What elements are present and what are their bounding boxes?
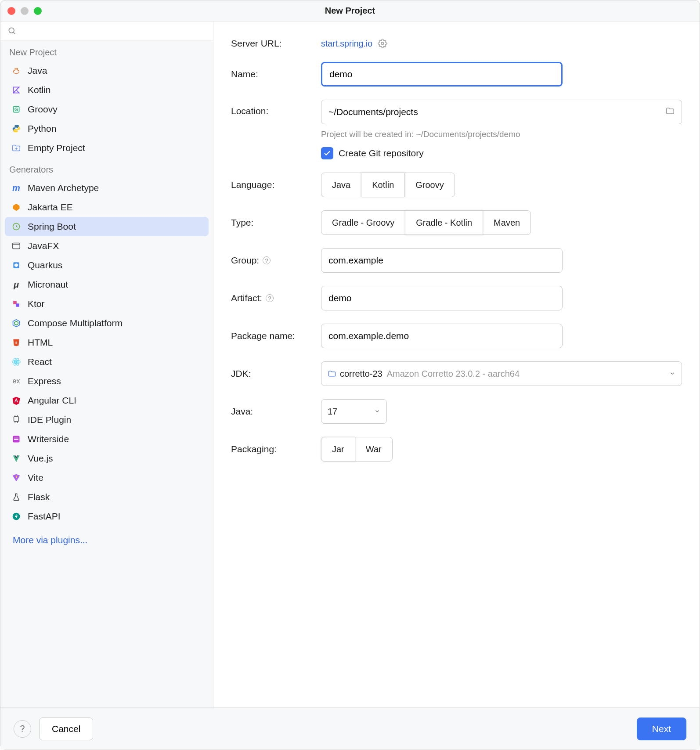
svg-rect-17 [14,417,19,422]
sidebar-item-compose-multiplatform[interactable]: Compose Multiplatform [5,314,209,333]
sidebar-item-label: Kotlin [28,85,51,95]
sidebar: New Project JavaKotlinGGroovyPythonEmpty… [0,22,213,707]
sidebar-item-spring-boot[interactable]: Spring Boot [5,217,209,236]
language-option-groovy[interactable]: Groovy [404,173,455,197]
maven-archetype-icon: m [11,183,22,193]
chevron-down-icon [374,407,380,417]
sidebar-item-label: IDE Plugin [28,415,71,425]
sidebar-item-kotlin[interactable]: Kotlin [5,80,209,100]
sidebar-item-maven-archetype[interactable]: mMaven Archetype [5,178,209,198]
svg-line-1 [14,32,15,34]
location-input[interactable] [321,100,682,124]
sidebar-item-label: Java [28,65,47,76]
sidebar-item-angular-cli[interactable]: Angular CLI [5,391,209,410]
more-via-plugins-link[interactable]: More via plugins... [0,526,213,554]
java-icon [11,65,22,76]
sidebar-item-label: Ktor [28,299,45,309]
gear-icon[interactable] [378,39,387,48]
flask-icon [11,492,22,502]
packaging-label: Packaging: [231,444,321,454]
search-input-wrapper[interactable] [0,22,213,40]
sidebar-item-javafx[interactable]: JavaFX [5,236,209,256]
jakarta-ee-icon [11,202,22,213]
sidebar-item-micronaut[interactable]: μMicronaut [5,275,209,294]
javafx-icon [11,241,22,251]
folder-icon[interactable] [665,106,675,118]
packaging-option-war[interactable]: War [355,437,393,462]
jdk-dropdown[interactable]: corretto-23 Amazon Corretto 23.0.2 - aar… [321,361,682,386]
sidebar-item-java[interactable]: Java [5,61,209,80]
sidebar-item-express[interactable]: exExpress [5,371,209,391]
sidebar-item-writerside[interactable]: Writerside [5,429,209,449]
sidebar-item-label: Jakarta EE [28,202,73,213]
sidebar-item-ktor[interactable]: Ktor [5,294,209,314]
help-icon[interactable]: ? [263,256,271,264]
sidebar-item-label: Express [28,376,61,386]
type-option-maven[interactable]: Maven [483,210,531,235]
section-label-new-project: New Project [0,40,213,61]
sidebar-item-label: Empty Project [28,143,85,153]
artifact-input[interactable] [321,286,563,310]
python-icon [11,123,22,134]
search-input[interactable] [21,26,206,36]
sidebar-item-react[interactable]: React [5,352,209,371]
language-option-kotlin[interactable]: Kotlin [361,173,405,197]
package-input[interactable] [321,324,563,348]
sidebar-item-jakarta-ee[interactable]: Jakarta EE [5,198,209,217]
name-input[interactable] [321,62,563,87]
group-input[interactable] [321,248,563,273]
package-label: Package name: [231,331,321,341]
sidebar-item-label: Angular CLI [28,395,76,406]
sidebar-item-groovy[interactable]: GGroovy [5,100,209,119]
sidebar-item-label: JavaFX [28,241,59,251]
compose-multiplatform-icon [11,318,22,328]
sidebar-item-ide-plugin[interactable]: IDE Plugin [5,410,209,429]
java-dropdown[interactable]: 17 [321,399,387,424]
type-option-gradle---groovy[interactable]: Gradle - Groovy [321,210,405,235]
sidebar-item-vuejs[interactable]: Vue.js [5,449,209,468]
language-label: Language: [231,180,321,190]
help-button[interactable]: ? [14,720,31,738]
help-icon[interactable]: ? [266,294,274,302]
empty-icon [11,143,22,153]
cancel-button[interactable]: Cancel [39,718,93,740]
svg-text:G: G [14,107,18,112]
kotlin-icon [11,85,22,95]
git-checkbox[interactable] [321,147,333,159]
sidebar-item-label: Groovy [28,104,58,115]
section-label-generators: Generators [0,158,213,178]
sidebar-item-label: Vue.js [28,453,53,464]
sidebar-item-html[interactable]: 5HTML [5,333,209,352]
window-title: New Project [0,6,700,16]
sidebar-item-vite[interactable]: Vite [5,468,209,487]
jdk-folder-icon [328,369,336,378]
vuejs-icon [11,453,22,464]
sidebar-item-flask[interactable]: Flask [5,487,209,507]
java-label: Java: [231,406,321,417]
quarkus-icon [11,260,22,270]
sidebar-item-empty[interactable]: Empty Project [5,138,209,158]
search-icon [7,26,16,35]
location-hint: Project will be created in: ~/Documents/… [321,130,682,139]
angular-cli-icon [11,395,22,406]
java-value: 17 [328,407,337,417]
groovy-icon: G [11,104,22,115]
artifact-label: Artifact: ? [231,293,321,303]
jdk-label: JDK: [231,368,321,379]
location-label: Location: [231,100,321,116]
language-option-java[interactable]: Java [321,173,361,197]
jdk-desc: Amazon Corretto 23.0.2 - aarch64 [387,369,520,379]
sidebar-item-quarkus[interactable]: Quarkus [5,256,209,275]
server-url-link[interactable]: start.spring.io [321,39,372,49]
vite-icon [11,472,22,483]
sidebar-item-python[interactable]: Python [5,119,209,138]
sidebar-item-fastapi[interactable]: FastAPI [5,507,209,526]
sidebar-item-label: HTML [28,337,53,348]
html-icon: 5 [11,337,22,348]
next-button[interactable]: Next [637,718,686,740]
group-label: Group: ? [231,255,321,266]
type-option-gradle---kotlin[interactable]: Gradle - Kotlin [405,210,483,235]
react-icon [11,357,22,367]
ktor-icon [11,299,22,309]
packaging-option-jar[interactable]: Jar [321,437,355,462]
